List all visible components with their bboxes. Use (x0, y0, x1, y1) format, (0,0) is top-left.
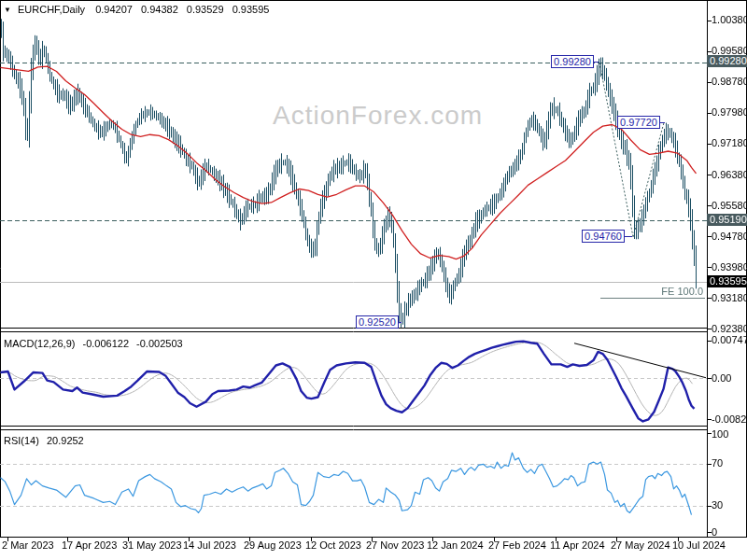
quote-low: 0.93529 (187, 4, 224, 15)
rsi-value: 20.9252 (47, 435, 84, 446)
macd-label: MACD(12,26,9) -0.006122 -0.002503 (4, 338, 183, 349)
symbol-label: EURCHF,Daily (18, 4, 85, 15)
macd-tick: 0.007477 (712, 334, 747, 345)
date-tick: 17 Apr 2023 (62, 539, 117, 551)
macd-name: MACD(12,26,9) (4, 338, 75, 349)
quote-high: 0.94382 (141, 4, 178, 15)
rsi-tick: 0 (712, 526, 717, 538)
quote-close: 0.93595 (233, 4, 270, 15)
macd-value: -0.006122 (82, 338, 129, 349)
swing-high-tag: 0.99280 (551, 55, 594, 68)
price-level-badge: 0.99280 (707, 55, 747, 67)
rsi-label: RSI(14) 20.9252 (4, 435, 84, 446)
macd-tick: -0.00824 (712, 413, 747, 425)
price-tick: 1.00380 (712, 14, 747, 25)
main-price-pane[interactable] (0, 0, 707, 328)
price-tick: 0.95580 (712, 200, 747, 211)
date-tick: 14 Jul 2023 (183, 539, 236, 551)
date-tick: 11 Apr 2024 (550, 539, 605, 551)
fib-extension-label: FE 100.0 (644, 286, 703, 297)
symbol-dropdown-icon[interactable]: ▼ (4, 6, 11, 14)
price-tick: 0.97180 (712, 137, 747, 148)
rsi-tick: 30 (712, 499, 723, 511)
chart-window: ActionForex.com ▼ EURCHF,Daily 0.94207 0… (0, 0, 747, 560)
swing-low-tag: 0.94760 (582, 230, 625, 243)
swing-high-tag: 0.97720 (617, 116, 660, 129)
date-tick: 12 Oct 2023 (305, 539, 361, 551)
date-tick: 2 Mar 2023 (2, 539, 54, 551)
price-tick: 0.93180 (712, 292, 747, 303)
quote-open: 0.94207 (95, 4, 133, 15)
rsi-tick: 100 (712, 428, 728, 440)
rsi-name: RSI(14) (4, 435, 39, 446)
price-tick: 0.97980 (712, 106, 747, 118)
rsi-tick: 70 (712, 457, 723, 469)
swing-low-tag: 0.92520 (356, 315, 399, 329)
date-tick: 31 May 2023 (122, 539, 182, 551)
current-price-badge: 0.93595 (707, 275, 747, 287)
chart-title-bar: ▼ EURCHF,Daily 0.94207 0.94382 0.93529 0… (4, 4, 275, 15)
price-tick: 0.93980 (712, 261, 747, 273)
date-tick: 27 Nov 2023 (366, 539, 424, 551)
price-level-badge: 0.95190 (707, 214, 747, 226)
date-tick: 10 Jul 2024 (672, 539, 726, 551)
price-tick: 0.94780 (712, 231, 747, 242)
price-tick: 0.96380 (712, 169, 747, 180)
date-tick: 12 Jan 2024 (427, 539, 484, 551)
date-tick: 27 Feb 2024 (488, 539, 546, 551)
date-tick: 27 May 2024 (611, 539, 670, 551)
macd-tick: 0.00 (712, 372, 731, 384)
macd-signal-value: -0.002503 (136, 338, 183, 349)
price-tick: 0.92380 (712, 323, 747, 334)
rsi-pane[interactable] (0, 430, 707, 537)
date-tick: 29 Aug 2023 (244, 539, 302, 551)
price-tick: 0.98780 (712, 76, 747, 87)
